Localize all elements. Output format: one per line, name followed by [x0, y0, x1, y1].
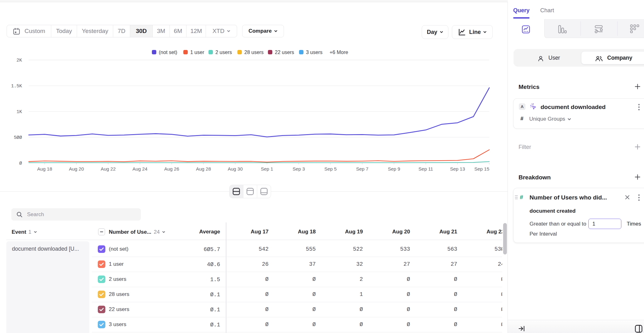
svg-text:Sep 7: Sep 7	[356, 166, 368, 172]
svg-text:1.5K: 1.5K	[11, 84, 22, 89]
svg-text:Aug 28: Aug 28	[196, 166, 211, 172]
svg-text:Sep 9: Sep 9	[388, 166, 400, 172]
svg-text:Aug 18: Aug 18	[37, 166, 52, 172]
svg-text:Sep 13: Sep 13	[450, 166, 465, 172]
svg-text:Aug 26: Aug 26	[164, 166, 179, 172]
svg-text:Ø: Ø	[19, 161, 22, 166]
svg-text:Aug 24: Aug 24	[132, 166, 147, 172]
svg-text:2K: 2K	[17, 58, 22, 63]
svg-text:Sep 1: Sep 1	[261, 166, 273, 172]
svg-text:Sep 11: Sep 11	[419, 166, 433, 172]
svg-text:Aug 22: Aug 22	[101, 166, 116, 172]
svg-text:5ØØ: 5ØØ	[14, 135, 22, 140]
svg-text:1K: 1K	[17, 109, 22, 114]
svg-text:Sep 5: Sep 5	[324, 166, 336, 172]
svg-text:Sep 3: Sep 3	[292, 166, 305, 172]
svg-text:Aug 20: Aug 20	[69, 166, 84, 172]
svg-text:Sep 15: Sep 15	[474, 166, 489, 172]
svg-text:Aug 30: Aug 30	[228, 166, 243, 172]
